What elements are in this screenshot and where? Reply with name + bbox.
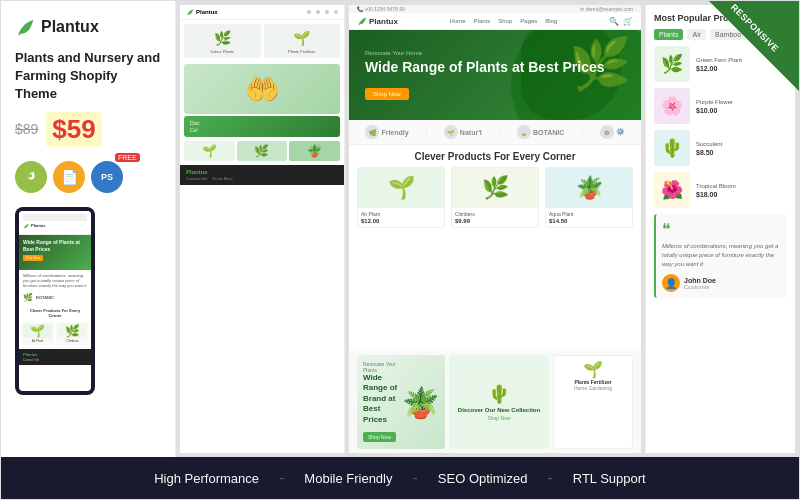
product-img-1: 🌱 <box>358 168 444 208</box>
brand-friendly-label: Friendly <box>381 129 408 136</box>
tablet-cat-img-1: 🌿 <box>188 28 257 48</box>
bottom-sections: Renovate Your Plants Wide Range of Brand… <box>349 351 641 453</box>
filter-tab-plants[interactable]: Plants <box>654 29 683 40</box>
bottom-bar: High Performance - Mobile Friendly - SEO… <box>1 457 799 499</box>
popular-img-2: 🌸 <box>654 88 690 124</box>
mobile-brand-label: Plantux <box>31 223 45 228</box>
new-collection-title: Discover Our New Collection <box>458 407 540 413</box>
brand-natural-icon: 🌱 <box>444 125 458 139</box>
renovate-pretitle: Renovate Your Plants <box>363 361 402 373</box>
feature-mf-text: Mobile Friendly <box>304 471 392 486</box>
price-block: $89 $59 <box>15 112 161 147</box>
fertilizer-card: 🌱 Plants Fertilizer Home Gardening <box>553 355 633 449</box>
brand-botanic: 🍃 BOTANIC <box>517 125 564 139</box>
hero-shop-btn[interactable]: Shop Now <box>365 88 409 100</box>
price-old: $89 <box>15 121 38 137</box>
tablet-plant-grid: 🌱 🌿 🪴 <box>180 139 344 163</box>
tablet-header: Plantux <box>180 5 344 20</box>
new-collection-btn[interactable]: Shop Now <box>487 415 510 421</box>
renovate-section: Renovate Your Plants Wide Range of Brand… <box>357 355 445 449</box>
popular-name-2: Purple Flower <box>696 99 787 105</box>
tablet-logo: Plantux <box>186 8 218 16</box>
theme-title: Plants and Nursery and Farming Shopify T… <box>15 49 161 104</box>
popular-info-3: Succulent $8.50 <box>696 141 787 156</box>
tablet-cat-name-2: Plants Fertilizer <box>268 49 337 54</box>
content-area: Plantux Plants and Nursery and Farming S… <box>1 1 799 457</box>
popular-price-2: $10.00 <box>696 107 787 114</box>
mobile-products-grid: 🌱 Air Plant 🌿 Climbers <box>19 320 91 347</box>
desktop-products-section: Clever Products For Every Corner 🌱 Air P… <box>349 145 641 234</box>
desktop-brands-bar: 🌿 Friendly | 🌱 Natur'l | 🍃 BOTANIC <box>349 120 641 145</box>
tablet-plant-3: 🪴 <box>289 141 340 161</box>
mobile-header: Plantux <box>19 211 91 235</box>
brand-natural-label: Natur'l <box>460 129 482 136</box>
product-price-3: $14.50 <box>549 218 629 224</box>
tablet-preview: Plantux 🌿 Indoor Plants <box>180 5 345 453</box>
hero-title: Wide Range of Plants at Best Prices <box>365 59 605 76</box>
tablet-nav-dot-4 <box>334 10 338 14</box>
author-role: Customer <box>684 284 716 290</box>
mobile-logo-row: Plantux <box>23 223 87 229</box>
fertilizer-img: 🌱 <box>558 360 628 379</box>
tablet-nav-items <box>307 10 338 14</box>
popular-price-4: $18.00 <box>696 191 787 198</box>
tablet-plant-2: 🌿 <box>237 141 288 161</box>
popular-info-4: Tropical Bloom $18.00 <box>696 183 787 198</box>
logo-leaf-icon <box>15 17 35 37</box>
testimonial-author-row: 👤 John Doe Customer <box>662 274 781 292</box>
price-new: $59 <box>46 112 101 147</box>
brand-friendly: 🌿 Friendly <box>365 125 408 139</box>
desktop-nav-plants[interactable]: Plants <box>474 18 491 24</box>
desktop-nav-home[interactable]: Home <box>450 18 466 24</box>
tablet-plant-1: 🌱 <box>184 141 235 161</box>
clever-products-title: Clever Products For Every Corner <box>357 151 633 162</box>
popular-price-3: $8.50 <box>696 149 787 156</box>
product-img-2: 🌿 <box>452 168 538 208</box>
desktop-main-preview: 📞 +00 1234 5678 90 ✉ demo@example.com Pl… <box>349 5 641 453</box>
filter-tab-air[interactable]: Air <box>687 29 706 40</box>
author-name: John Doe <box>684 277 716 284</box>
ps-badge: PS <box>91 161 123 193</box>
product-card-3: 🪴 Aqua Plant $14.50 <box>545 167 633 228</box>
feature-seo-text: SEO Optimized <box>438 471 528 486</box>
tablet-footer-brand: Plantux <box>186 169 338 175</box>
tablet-nav-dot-1 <box>307 10 311 14</box>
tablet-footer: Plantux Contact Info Know More <box>180 165 344 185</box>
popular-img-4: 🌺 <box>654 172 690 208</box>
product-body-2: Climbers $9.99 <box>452 208 538 227</box>
tablet-cat-img-2: 🌱 <box>268 28 337 48</box>
renovate-plant-emoji: 🪴 <box>402 385 439 420</box>
renovate-title: Wide Range of Brand at Best Prices <box>363 373 402 425</box>
brand-friendly-icon: 🌿 <box>365 125 379 139</box>
mobile-hero-btn[interactable]: Shop Now <box>23 255 43 261</box>
renovate-content: Renovate Your Plants Wide Range of Brand… <box>363 361 402 443</box>
search-icon[interactable]: 🔍 <box>609 17 619 26</box>
brand-natural: 🌱 Natur'l <box>444 125 482 139</box>
cart-icon[interactable]: 🛒 <box>623 17 633 26</box>
badge-row: 📄 PS FREE <box>15 161 161 193</box>
desktop-nav-blog[interactable]: Blog <box>545 18 557 24</box>
mobile-product-img-2: 🌿 <box>58 324 87 338</box>
testimonial-card: ❝ Millions of combinations, meaning you … <box>654 214 787 298</box>
desktop-topbar-phone: 📞 +00 1234 5678 90 <box>357 6 405 12</box>
popular-product-3: 🌵 Succulent $8.50 <box>654 130 787 166</box>
doc-badge-wrapper: 📄 <box>53 161 85 193</box>
tablet-footer-links: Contact Info Know More <box>186 176 338 181</box>
desktop-hero: 🌿 Renovate Your Home Wide Range of Plant… <box>349 30 641 120</box>
testimonial-text: Millions of combinations, meaning you ge… <box>662 242 781 269</box>
popular-name-3: Succulent <box>696 141 787 147</box>
left-panel: Plantux Plants and Nursery and Farming S… <box>1 1 176 457</box>
mobile-product-img-1: 🌱 <box>23 324 52 338</box>
product-body-3: Aqua Plant $14.50 <box>546 208 632 227</box>
tablet-col-label: Col <box>190 127 334 133</box>
renovate-btn[interactable]: Shop Now <box>363 432 396 442</box>
product-name-1: Air Plant <box>361 211 441 217</box>
quote-icon: ❝ <box>662 220 781 239</box>
desktop-nav-shop[interactable]: Shop <box>498 18 512 24</box>
desktop-topbar-email: ✉ demo@example.com <box>580 6 633 12</box>
tablet-discover-label: Disc <box>190 120 334 126</box>
desktop-nav-pages[interactable]: Pages <box>520 18 537 24</box>
desktop-brand-name: Plantux <box>369 17 398 26</box>
tablet-cat-indoor: 🌿 Indoor Plants <box>184 24 261 58</box>
tablet-footer-link-1: Contact Info <box>186 176 208 181</box>
